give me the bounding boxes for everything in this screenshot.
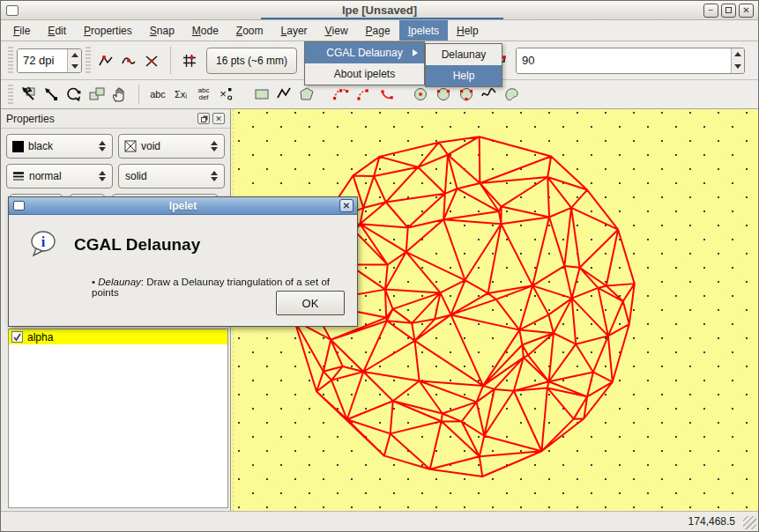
polygon-tool-icon bbox=[298, 85, 317, 104]
arc-tool-icon bbox=[354, 85, 374, 104]
svg-text:i: i bbox=[41, 233, 46, 250]
toolbar-grip[interactable] bbox=[8, 47, 13, 73]
combo-arrows-icon bbox=[208, 141, 220, 151]
combo-arrows-icon bbox=[96, 171, 108, 181]
up-arrow-icon bbox=[71, 53, 78, 57]
status-bar: 174,468.5 bbox=[1, 511, 758, 531]
marks-tool-icon: × bbox=[220, 90, 227, 99]
marks-shapes-icon bbox=[227, 87, 234, 101]
arc-center-mode-button[interactable] bbox=[376, 84, 398, 105]
properties-title: Properties bbox=[6, 113, 55, 125]
ok-button[interactable]: OK bbox=[276, 291, 345, 315]
stretch-mode-button[interactable] bbox=[86, 84, 108, 105]
menu-file[interactable]: File bbox=[4, 20, 39, 41]
title-underline bbox=[261, 18, 503, 19]
translate-mode-button[interactable] bbox=[40, 84, 63, 105]
menuitem-help[interactable]: Help bbox=[426, 65, 502, 86]
arc-mode-button[interactable] bbox=[353, 84, 376, 105]
combo-arrows-icon bbox=[208, 171, 220, 181]
titlebar: Ipe [Unsaved] − ✕ bbox=[1, 1, 758, 20]
menuitem-label: CGAL Delaunay bbox=[326, 47, 402, 59]
layer-checkbox[interactable] bbox=[11, 331, 23, 343]
angle-input[interactable] bbox=[517, 48, 731, 73]
menu-zoom[interactable]: Zoom bbox=[227, 20, 272, 41]
hand-pan-tool-icon bbox=[110, 85, 130, 104]
circle-2points-tool-icon bbox=[434, 85, 453, 104]
snap-grid-button[interactable] bbox=[178, 49, 201, 72]
translate-tool-icon bbox=[41, 85, 61, 104]
polyline-mode-button[interactable] bbox=[273, 84, 296, 105]
menu-edit[interactable]: Edit bbox=[39, 20, 75, 41]
toolbar-separator bbox=[170, 47, 171, 73]
select-mode-button[interactable] bbox=[17, 84, 40, 105]
up-arrow-icon bbox=[734, 52, 741, 56]
resolution-spinbox bbox=[17, 48, 82, 73]
window-title: Ipe [Unsaved] bbox=[1, 4, 758, 17]
spline-mode-button[interactable] bbox=[330, 84, 353, 105]
dialog-titlebar[interactable]: Ipelet ✕ bbox=[9, 197, 357, 215]
vertex-snap-icon bbox=[98, 53, 114, 69]
resize-grip-icon[interactable] bbox=[743, 516, 756, 529]
math-tool-icon: Σxᵢ bbox=[175, 90, 187, 99]
rectangle-mode-button[interactable] bbox=[250, 84, 273, 105]
resolution-input[interactable] bbox=[18, 49, 67, 72]
paragraph-mode-button[interactable]: abc def bbox=[192, 84, 215, 105]
text-tool-icon: abc bbox=[150, 90, 166, 99]
menu-mode[interactable]: Mode bbox=[183, 20, 227, 41]
closed-spline-mode-button[interactable] bbox=[501, 84, 524, 105]
menu-layer[interactable]: Layer bbox=[272, 20, 316, 41]
info-bubble-icon: i bbox=[28, 229, 60, 261]
menu-help[interactable]: Help bbox=[448, 20, 487, 41]
rotate-tool-icon bbox=[64, 85, 84, 104]
close-panel-button[interactable]: ✕ bbox=[212, 113, 225, 124]
menu-page[interactable]: Page bbox=[357, 20, 399, 41]
marks-mode-button[interactable]: × bbox=[215, 84, 238, 105]
stroke-color-value: black bbox=[28, 140, 96, 152]
rotate-mode-button[interactable] bbox=[63, 84, 86, 105]
menu-properties[interactable]: Properties bbox=[75, 20, 141, 41]
menuitem-label: Help bbox=[453, 70, 475, 82]
menuitem-cgal-delaunay[interactable]: CGAL Delaunay bbox=[305, 42, 424, 63]
grid-size-selector[interactable]: 16 pts (~6 mm) bbox=[206, 48, 297, 74]
dialog-close-button[interactable]: ✕ bbox=[339, 199, 353, 212]
menuitem-about-ipelets[interactable]: About ipelets bbox=[305, 63, 424, 85]
menu-ipelets[interactable]: Ipelets bbox=[399, 20, 448, 41]
pen-width-selector[interactable]: normal bbox=[6, 164, 113, 188]
layer-row-alpha[interactable]: alpha bbox=[9, 329, 227, 344]
dash-style-selector[interactable]: solid bbox=[118, 164, 225, 188]
paragraph-tool-icon: abc def bbox=[198, 87, 210, 101]
snap-intersection-button[interactable] bbox=[140, 49, 163, 72]
math-label-mode-button[interactable]: Σxᵢ bbox=[169, 84, 192, 105]
dialog-title: Ipelet bbox=[9, 200, 357, 212]
pan-mode-button[interactable] bbox=[108, 84, 131, 105]
snap-boundary-button[interactable] bbox=[117, 49, 140, 72]
resolution-up-button[interactable] bbox=[68, 49, 81, 61]
menuitem-label: Delaunay bbox=[442, 48, 487, 61]
bullet-glyph: • bbox=[92, 277, 95, 287]
description-term: Delaunay bbox=[98, 277, 141, 287]
angle-down-button[interactable] bbox=[732, 61, 744, 73]
resolution-down-button[interactable] bbox=[68, 61, 81, 72]
squiggle-tool-icon bbox=[480, 85, 499, 104]
fill-style-value: void bbox=[141, 140, 208, 152]
menuitem-delaunay[interactable]: Delaunay bbox=[426, 44, 502, 65]
fill-style-selector[interactable]: void bbox=[118, 134, 225, 159]
circle-3points-tool-icon bbox=[457, 85, 476, 104]
stroke-color-selector[interactable]: black bbox=[6, 134, 113, 159]
polygon-mode-button[interactable] bbox=[296, 84, 319, 105]
void-fill-icon bbox=[124, 140, 137, 152]
menu-view[interactable]: View bbox=[316, 20, 357, 41]
pen-width-icon bbox=[12, 171, 25, 181]
layers-panel: alpha bbox=[8, 329, 228, 508]
menubar: File Edit Properties Snap Mode Zoom Laye… bbox=[1, 20, 758, 41]
down-arrow-icon bbox=[734, 64, 741, 69]
float-panel-button[interactable] bbox=[197, 113, 210, 124]
stretch-tool-icon bbox=[87, 85, 107, 104]
toolbar-grip[interactable] bbox=[8, 85, 13, 104]
toolbar-grip[interactable] bbox=[86, 47, 91, 73]
select-tool-icon bbox=[19, 85, 38, 104]
menu-snap[interactable]: Snap bbox=[141, 20, 183, 41]
text-label-mode-button[interactable]: abc bbox=[146, 84, 169, 105]
angle-up-button[interactable] bbox=[732, 48, 744, 61]
snap-vertex-button[interactable] bbox=[94, 49, 117, 72]
